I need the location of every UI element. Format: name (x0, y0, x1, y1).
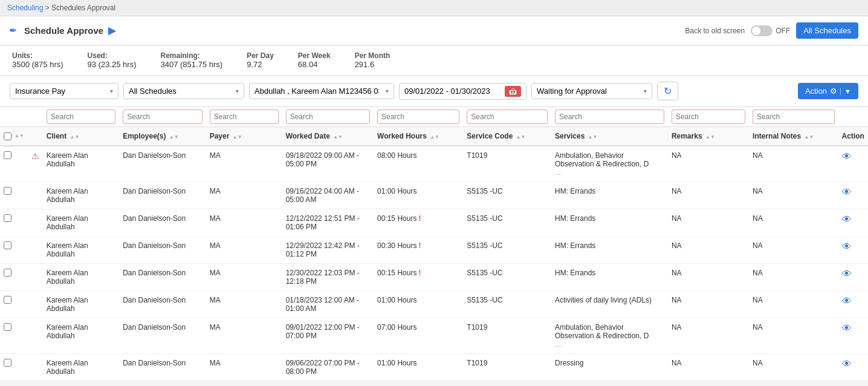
view-button[interactable]: 👁 (842, 151, 852, 162)
search-payer-col[interactable] (206, 107, 282, 127)
th-worked-date[interactable]: Worked Date ▲▼ (282, 127, 374, 146)
all-schedules-button[interactable]: All Schedules (796, 22, 858, 39)
row-checkbox-col[interactable] (0, 237, 28, 264)
date-range-input[interactable] (404, 87, 501, 96)
row-internal-notes: NA (749, 146, 838, 182)
schedule-type-select-wrap[interactable]: All Schedules (123, 83, 244, 99)
sort-internal-notes-icon[interactable]: ▲▼ (804, 135, 814, 140)
row-checkbox[interactable] (4, 323, 11, 331)
th-employee[interactable]: Employee(s) ▲▼ (119, 127, 206, 146)
date-range-wrap[interactable]: 📅 (399, 83, 526, 100)
row-action[interactable]: 👁 (838, 264, 868, 291)
th-checkbox[interactable]: ▲▼ (0, 127, 28, 146)
row-checkbox-col[interactable] (0, 146, 28, 182)
search-remarks-input[interactable] (672, 110, 745, 124)
select-all-checkbox[interactable] (4, 132, 11, 140)
play-icon[interactable]: ▶ (108, 25, 115, 36)
toggle-switch[interactable] (751, 25, 772, 36)
action-button[interactable]: Action ⚙ ▼ (798, 83, 858, 99)
schedule-type-select[interactable]: All Schedules (123, 83, 244, 99)
services-cell: HM: Errands (555, 269, 595, 277)
th-internal-notes[interactable]: Internal Notes ▲▼ (749, 127, 838, 146)
row-checkbox[interactable] (4, 214, 11, 222)
search-internal-notes-col[interactable] (749, 107, 838, 127)
edit-icon: ✏ (10, 26, 16, 35)
row-checkbox[interactable] (4, 359, 11, 367)
search-action-col (838, 107, 868, 127)
view-button[interactable]: 👁 (842, 296, 852, 307)
th-worked-hours[interactable]: Worked Hours ▲▼ (374, 127, 463, 146)
search-services-input[interactable] (555, 110, 664, 124)
worked-hours-cell: 08:00 Hours (377, 151, 416, 160)
row-checkbox[interactable] (4, 269, 11, 276)
row-client: Kareem Alan Abdullah (43, 182, 119, 209)
toggle-wrap[interactable]: OFF (751, 25, 790, 36)
row-checkbox-col[interactable] (0, 264, 28, 291)
row-action[interactable]: 👁 (838, 182, 868, 209)
row-checkbox-col[interactable] (0, 354, 28, 381)
search-employee-input[interactable] (123, 110, 202, 124)
sort-services-icon[interactable]: ▲▼ (588, 135, 598, 140)
search-worked-date-input[interactable] (286, 110, 370, 124)
row-checkbox-col[interactable] (0, 182, 28, 209)
row-checkbox[interactable] (4, 241, 11, 249)
sort-service-code-icon[interactable]: ▲▼ (516, 135, 526, 140)
search-services-col[interactable] (551, 107, 668, 127)
calendar-button[interactable]: 📅 (505, 86, 521, 97)
row-checkbox-col[interactable] (0, 291, 28, 318)
row-warn-col (28, 291, 43, 318)
sort-employee-icon[interactable]: ▲▼ (169, 135, 179, 140)
search-employee-col[interactable] (119, 107, 206, 127)
row-action[interactable]: 👁 (838, 146, 868, 182)
view-button[interactable]: 👁 (842, 187, 852, 198)
search-service-code-input[interactable] (467, 110, 548, 124)
status-select-wrap[interactable]: Waiting for Approval (531, 83, 652, 99)
th-payer[interactable]: Payer ▲▼ (206, 127, 282, 146)
row-action[interactable]: 👁 (838, 291, 868, 318)
sort-client-icon[interactable]: ▲▼ (70, 135, 80, 140)
row-checkbox[interactable] (4, 151, 11, 159)
sort-worked-hours-icon[interactable]: ▲▼ (430, 135, 439, 140)
client-select[interactable]: Abdullah , Kareem Alan M123456 03/03/1..… (249, 83, 394, 99)
breadcrumb-parent[interactable]: Scheduling (7, 4, 43, 12)
sort-payer-icon[interactable]: ▲▼ (233, 135, 242, 140)
th-client[interactable]: Client ▲▼ (43, 127, 119, 146)
search-payer-input[interactable] (210, 110, 279, 124)
sort-worked-date-icon[interactable]: ▲▼ (333, 135, 343, 140)
row-checkbox[interactable] (4, 296, 11, 304)
search-client-input[interactable] (47, 110, 115, 124)
row-checkbox[interactable] (4, 187, 11, 195)
row-action[interactable]: 👁 (838, 209, 868, 237)
th-service-code[interactable]: Service Code ▲▼ (463, 127, 551, 146)
refresh-button[interactable]: ↻ (657, 82, 678, 100)
row-internal-notes: NA (749, 182, 838, 209)
row-action[interactable]: 👁 (838, 354, 868, 381)
row-checkbox-col[interactable] (0, 318, 28, 354)
sort-remarks-icon[interactable]: ▲▼ (705, 135, 715, 140)
view-button[interactable]: 👁 (842, 269, 852, 280)
view-button[interactable]: 👁 (842, 359, 852, 370)
search-worked-hours-input[interactable] (377, 110, 459, 124)
row-checkbox-col[interactable] (0, 209, 28, 237)
action-dropdown-icon[interactable]: ▼ (840, 88, 851, 95)
view-button[interactable]: 👁 (842, 241, 852, 252)
payer-select[interactable]: Insurance Pay (10, 83, 118, 99)
row-action[interactable]: 👁 (838, 318, 868, 354)
search-worked-date-col[interactable] (282, 107, 374, 127)
view-button[interactable]: 👁 (842, 214, 852, 225)
payer-select-wrap[interactable]: Insurance Pay (10, 83, 118, 99)
search-worked-hours-col[interactable] (374, 107, 463, 127)
sort-checkbox-icon[interactable]: ▲▼ (15, 134, 24, 139)
search-service-code-col[interactable] (463, 107, 551, 127)
client-select-wrap[interactable]: Abdullah , Kareem Alan M123456 03/03/1..… (249, 83, 394, 99)
search-internal-notes-input[interactable] (753, 110, 834, 124)
th-services[interactable]: Services ▲▼ (551, 127, 668, 146)
search-remarks-col[interactable] (668, 107, 749, 127)
row-action[interactable]: 👁 (838, 237, 868, 264)
row-payer: MA (206, 354, 282, 381)
services-cell: Dressing (555, 359, 583, 367)
search-client-col[interactable] (43, 107, 119, 127)
view-button[interactable]: 👁 (842, 323, 852, 334)
th-remarks[interactable]: Remarks ▲▼ (668, 127, 749, 146)
status-select[interactable]: Waiting for Approval (531, 83, 652, 99)
